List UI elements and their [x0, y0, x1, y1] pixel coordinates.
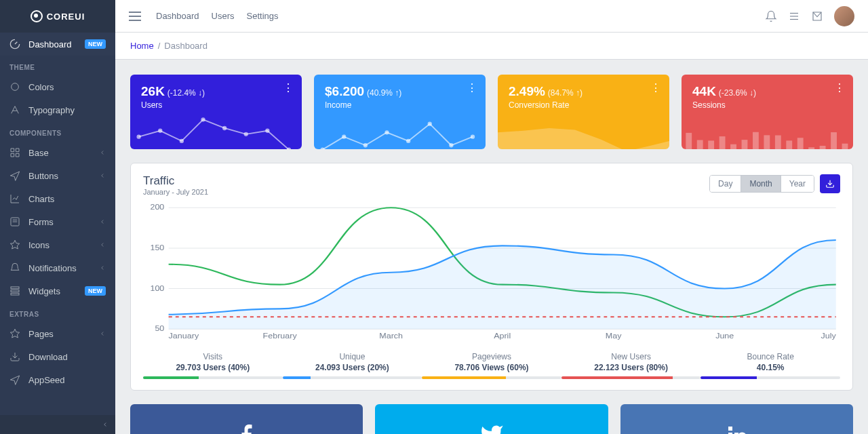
- more-icon[interactable]: ⋮: [834, 81, 845, 94]
- breadcrumb-current: Dashboard: [164, 41, 208, 51]
- breadcrumb-home[interactable]: Home: [130, 41, 154, 51]
- svg-point-16: [222, 126, 226, 130]
- nav-icon: [9, 216, 20, 227]
- svg-point-0: [12, 83, 19, 91]
- sidebar-item-pages[interactable]: Pages: [0, 322, 115, 345]
- range-day-button[interactable]: Day: [710, 176, 741, 192]
- nav-icon: [9, 81, 20, 92]
- mini-chart: [130, 115, 302, 149]
- breadcrumb-separator: /: [158, 41, 161, 51]
- traffic-title: Traffic: [143, 174, 208, 188]
- metric-label: Pageviews: [422, 352, 561, 361]
- traffic-metric-new-users: New Users 22.123 Users (80%): [561, 348, 701, 379]
- sidebar-item-icons[interactable]: Icons: [0, 233, 115, 256]
- svg-point-13: [158, 129, 162, 133]
- nav-section-title: THEME: [0, 56, 115, 75]
- nav-icon: [9, 193, 20, 204]
- sidebar-item-label: Pages: [28, 329, 91, 339]
- svg-text:June: June: [715, 332, 734, 340]
- nav-icon: [9, 285, 20, 296]
- metric-label: New Users: [561, 352, 701, 361]
- social-facebook[interactable]: [130, 404, 363, 434]
- metric-label: Unique: [283, 352, 422, 361]
- metric-label: Visits: [143, 352, 283, 361]
- chevron-left-icon: [102, 421, 108, 428]
- stat-card-conversion-rate: ⋮ 2.49% (84.7% ↑) Conversion Rate: [498, 75, 669, 149]
- metric-value: 24.093 Users (20%): [283, 363, 422, 372]
- traffic-chart: 50100150200JanuaryFebruaryMarchAprilMayJ…: [143, 204, 840, 340]
- sidebar-item-label: AppSeed: [28, 375, 106, 385]
- svg-rect-40: [820, 146, 826, 149]
- svg-rect-38: [797, 138, 804, 149]
- sidebar-collapse[interactable]: [0, 415, 115, 434]
- sidebar-item-forms[interactable]: Forms: [0, 210, 115, 233]
- svg-rect-30: [708, 140, 714, 149]
- range-month-button[interactable]: Month: [741, 176, 781, 192]
- bell-icon[interactable]: [765, 10, 777, 22]
- avatar[interactable]: [834, 6, 854, 26]
- sidebar-item-label: Base: [28, 148, 91, 158]
- mini-chart: [314, 115, 486, 149]
- top-nav-item[interactable]: Settings: [247, 11, 279, 21]
- svg-text:100: 100: [150, 285, 164, 292]
- stat-card-users: ⋮ 26K (-12.4% ↓) Users: [130, 75, 302, 149]
- sidebar-item-buttons[interactable]: Buttons: [0, 164, 115, 187]
- social-linkedin[interactable]: [620, 404, 853, 434]
- stat-card-income: ⋮ $6.200 (40.9% ↑) Income: [314, 75, 486, 149]
- speedometer-icon: [9, 39, 20, 50]
- sidebar-item-widgets[interactable]: Widgets NEW: [0, 279, 115, 302]
- svg-rect-41: [831, 132, 837, 149]
- sidebar-item-typography[interactable]: Typography: [0, 98, 115, 121]
- stat-change: (40.9% ↑): [367, 88, 401, 98]
- svg-point-22: [363, 143, 368, 147]
- sidebar-item-label: Icons: [28, 240, 91, 250]
- svg-point-15: [201, 117, 205, 121]
- svg-text:March: March: [379, 332, 403, 340]
- svg-point-12: [136, 134, 140, 138]
- top-nav: DashboardUsersSettings: [156, 11, 279, 21]
- sidebar-item-download[interactable]: Download: [0, 345, 115, 368]
- mini-chart: [498, 115, 669, 149]
- sidebar-item-dashboard[interactable]: Dashboard NEW: [0, 33, 115, 56]
- chevron-left-icon: [99, 330, 106, 337]
- list-icon[interactable]: [788, 10, 800, 22]
- svg-point-23: [384, 130, 389, 134]
- top-nav-item[interactable]: Users: [212, 11, 235, 21]
- sidebar-item-base[interactable]: Base: [0, 141, 115, 164]
- stat-change: (84.7% ↑): [548, 88, 583, 98]
- svg-rect-6: [11, 290, 19, 292]
- svg-text:February: February: [263, 332, 297, 340]
- svg-rect-39: [808, 147, 814, 149]
- top-nav-item[interactable]: Dashboard: [156, 11, 199, 21]
- svg-rect-28: [686, 133, 692, 149]
- chevron-left-icon: [99, 172, 106, 179]
- svg-text:200: 200: [150, 204, 164, 211]
- sidebar-item-notifications[interactable]: Notifications: [0, 256, 115, 279]
- traffic-metric-pageviews: Pageviews 78.706 Views (60%): [422, 348, 561, 379]
- nav-icon: [9, 374, 20, 385]
- more-icon[interactable]: ⋮: [467, 81, 477, 94]
- more-icon[interactable]: ⋮: [650, 81, 661, 94]
- svg-text:January: January: [169, 332, 199, 340]
- download-button[interactable]: [820, 174, 840, 193]
- traffic-card: Traffic January - July 2021 DayMonthYear…: [130, 163, 853, 391]
- chevron-left-icon: [99, 264, 106, 271]
- range-year-button[interactable]: Year: [781, 176, 814, 192]
- brand[interactable]: COREUI: [0, 0, 115, 33]
- topbar: DashboardUsersSettings: [115, 0, 868, 33]
- sidebar-item-appseed[interactable]: AppSeed: [0, 368, 115, 391]
- svg-text:July: July: [821, 332, 836, 340]
- hamburger-icon[interactable]: [129, 12, 141, 21]
- sidebar-item-label: Dashboard: [28, 39, 77, 50]
- envelope-icon[interactable]: [811, 10, 823, 22]
- svg-point-18: [265, 129, 269, 133]
- sidebar-item-charts[interactable]: Charts: [0, 187, 115, 210]
- more-icon[interactable]: ⋮: [283, 81, 294, 94]
- nav-icon: [9, 262, 20, 273]
- sidebar-item-colors[interactable]: Colors: [0, 75, 115, 98]
- social-twitter[interactable]: [375, 404, 608, 434]
- svg-rect-36: [775, 136, 781, 149]
- nav-icon: [9, 104, 20, 115]
- traffic-subtitle: January - July 2021: [143, 188, 208, 196]
- svg-rect-42: [842, 144, 848, 149]
